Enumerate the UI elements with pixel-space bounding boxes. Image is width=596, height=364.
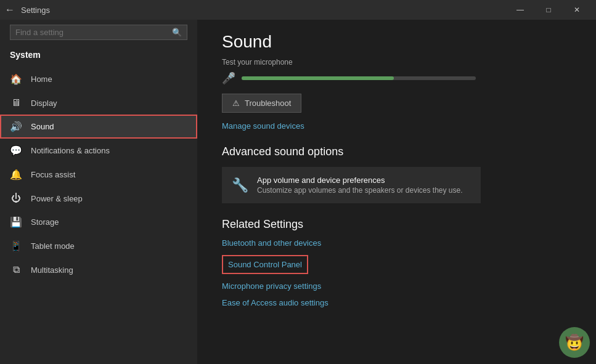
sidebar-item-power[interactable]: ⏻ Power & sleep [0,187,197,210]
display-icon: 🖥 [10,97,22,108]
troubleshoot-label: Troubleshoot [245,99,291,108]
focus-icon: 🔔 [10,169,22,180]
related-settings-heading: Related Settings [222,218,571,231]
titlebar-title: Settings [21,6,50,15]
search-input[interactable] [15,28,172,37]
microphone-icon: 🎤 [222,71,235,85]
main-content: Sound Test your microphone 🎤 ⚠ Troublesh… [197,20,596,364]
manage-sound-devices-link[interactable]: Manage sound devices [222,121,304,131]
titlebar-controls: — □ ✕ [506,0,591,20]
app-volume-subtitle: Customize app volumes and the speakers o… [257,186,463,195]
related-link-ease-of-access[interactable]: Ease of Access audio settings [222,298,571,307]
sidebar-item-label: Display [31,99,57,108]
maximize-button[interactable]: □ [534,0,563,20]
sidebar-item-label: Notifications & actions [31,146,110,155]
sidebar-item-label: Multitasking [31,265,73,275]
sidebar-item-label: Home [31,75,52,84]
app-body: 🔍 System 🏠 Home 🖥 Display 🔊 Sound 💬 Noti… [0,20,596,364]
sidebar-item-display[interactable]: 🖥 Display [0,91,197,115]
related-link-bluetooth[interactable]: Bluetooth and other devices [222,238,571,248]
warning-icon: ⚠ [232,99,240,108]
sidebar-item-label: Storage [31,217,59,227]
advanced-sound-heading: Advanced sound options [222,145,571,158]
mascot: 🤠 [559,327,590,358]
sidebar-item-tablet[interactable]: 📱 Tablet mode [0,234,197,258]
sidebar: 🔍 System 🏠 Home 🖥 Display 🔊 Sound 💬 Noti… [0,20,197,364]
mascot-avatar: 🤠 [559,327,590,358]
sidebar-item-label: Sound [31,122,54,131]
tablet-icon: 📱 [10,240,22,252]
search-bar[interactable]: 🔍 [10,25,187,40]
sidebar-item-label: Tablet mode [31,241,75,251]
app-volume-icon: 🔧 [232,177,248,193]
troubleshoot-button[interactable]: ⚠ Troubleshoot [222,94,301,113]
nav-list: 🏠 Home 🖥 Display 🔊 Sound 💬 Notifications… [0,67,197,281]
sidebar-item-label: Focus assist [31,170,75,179]
related-link-microphone-privacy[interactable]: Microphone privacy settings [222,281,571,291]
app-volume-text: App volume and device preferences Custom… [257,176,463,195]
mic-level-bar [242,76,476,80]
page-title: Sound [222,20,571,58]
minimize-button[interactable]: — [506,0,534,20]
related-links-list: Bluetooth and other devicesSound Control… [222,238,571,307]
sidebar-item-notifications[interactable]: 💬 Notifications & actions [0,139,197,163]
sidebar-item-home[interactable]: 🏠 Home [0,67,197,91]
test-mic-label: Test your microphone [222,58,571,67]
app-volume-card[interactable]: 🔧 App volume and device preferences Cust… [222,167,481,203]
mic-bar-container: 🎤 [222,71,571,85]
sidebar-item-storage[interactable]: 💾 Storage [0,210,197,234]
sidebar-item-multitasking[interactable]: ⧉ Multitasking [0,258,197,281]
mic-level-fill [242,76,394,80]
app-volume-title: App volume and device preferences [257,176,463,185]
search-icon: 🔍 [172,28,182,37]
multitasking-icon: ⧉ [10,264,22,275]
titlebar: ← Settings — □ ✕ [0,0,596,20]
sound-icon: 🔊 [10,121,22,132]
sidebar-section-title: System [0,45,197,67]
related-link-sound-control-panel[interactable]: Sound Control Panel [222,255,308,274]
power-icon: ⏻ [10,193,22,204]
sidebar-item-sound[interactable]: 🔊 Sound [0,115,197,139]
sidebar-item-label: Power & sleep [31,194,83,203]
storage-icon: 💾 [10,216,22,228]
back-button[interactable]: ← [5,4,15,15]
sidebar-item-focus[interactable]: 🔔 Focus assist [0,163,197,187]
notifications-icon: 💬 [10,145,22,156]
close-button[interactable]: ✕ [563,0,591,20]
home-icon: 🏠 [10,73,22,85]
